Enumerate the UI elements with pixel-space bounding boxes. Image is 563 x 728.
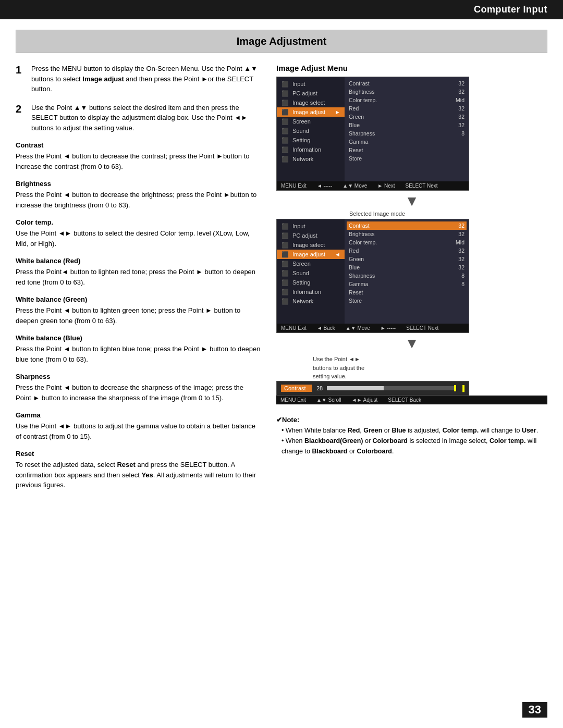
subsection-wb-blue: White balance (Blue) Press the Point ◄ b… <box>16 334 261 364</box>
menu-item-imgadj-2: ⬛ Image adjust ◄ <box>277 250 345 259</box>
footer-back-2: ◄ Back <box>317 325 335 331</box>
footer-back-1: ◄ ----- <box>317 183 332 189</box>
note-bullet-1: • When White balance Red, Green or Blue … <box>282 425 547 436</box>
menu-item-setting-2: ⬛ Setting <box>277 278 345 287</box>
menu-right-panel-2: Contrast32 Brightness32 Color temp.Mid R… <box>345 219 469 324</box>
menu-left-panel-2: ⬛ Input ⬛ PC adjust ⬛ Image select ⬛ <box>277 219 345 324</box>
subsection-sharpness-title: Sharpness <box>16 373 261 380</box>
menu-item-label: Setting <box>292 279 310 286</box>
menu-item-label: Input <box>292 223 305 229</box>
menu-item-label: Screen <box>292 118 311 125</box>
subsection-wb-green-title: White balance (Green) <box>16 295 261 303</box>
ritem-red-2: Red32 <box>349 246 464 255</box>
ritem-sharpness-1: Sharpness8 <box>349 129 464 138</box>
menu-item-label: Image select <box>292 242 325 248</box>
menu-item-imgsel-1: ⬛ Image select <box>277 98 345 107</box>
step-2-number: 2 <box>16 103 26 133</box>
subsection-brightness-body: Press the Point ◄ button to decrease the… <box>16 190 261 210</box>
subsection-wb-blue-title: White balance (Blue) <box>16 334 261 342</box>
screen-icon-1: ⬛ <box>281 118 289 125</box>
note-bullet-2: • When Blackboard(Green) or Colorboard i… <box>282 436 547 456</box>
step-2: 2 Use the Point ▲▼ buttons select the de… <box>16 103 261 133</box>
menu-item-setting-1: ⬛ Setting <box>277 135 345 145</box>
menu-screenshot-2: ⬛ Input ⬛ PC adjust ⬛ Image select ⬛ <box>276 219 469 333</box>
imgsel-icon-1: ⬛ <box>281 100 289 106</box>
menu-right-panel-1: Contrast32 Brightness32 Color temp.Mid R… <box>345 77 469 181</box>
network-icon-1: ⬛ <box>281 156 289 162</box>
contrast-end-marker: ▐ <box>460 385 464 391</box>
menu-item-label: Network <box>292 156 313 162</box>
menu-item-sound-1: ⬛ Sound <box>277 126 345 135</box>
ritem-gamma-1: Gamma <box>349 138 464 146</box>
menu-item-label: Setting <box>292 137 310 143</box>
setting-icon-1: ⬛ <box>281 137 289 143</box>
pc-icon-2: ⬛ <box>281 232 289 239</box>
ritem-blue-2: Blue32 <box>349 263 464 272</box>
subsection-wb-green: White balance (Green) Press the Point ◄ … <box>16 295 261 326</box>
input-icon-1: ⬛ <box>281 81 289 87</box>
contrast-bar-fill <box>327 386 384 390</box>
cf-exit: MENU Exit <box>280 397 306 403</box>
menu-item-label: PC adjust <box>292 232 317 239</box>
imgsel-icon-2: ⬛ <box>281 242 289 248</box>
menu-left-panel-1: ⬛ Input ⬛ PC adjust ⬛ Image select ⬛ <box>277 77 345 181</box>
menu-item-label: Network <box>292 298 313 304</box>
menu-item-label: Image select <box>292 100 325 106</box>
info-icon-1: ⬛ <box>281 146 289 153</box>
menu-item-label: PC adjust <box>292 90 317 96</box>
ritem-brightness-2: Brightness32 <box>349 230 464 238</box>
footer-move-1: ▲▼ Move <box>342 183 367 189</box>
menu-item-sound-2: ⬛ Sound <box>277 268 345 278</box>
menu-screenshot-1: ⬛ Input ⬛ PC adjust ⬛ Image select ⬛ <box>276 77 469 191</box>
subsection-wb-blue-body: Press the Point ◄ button to lighten blue… <box>16 344 261 364</box>
ritem-brightness-1: Brightness32 <box>349 88 464 96</box>
footer-exit-1: MENU Exit <box>281 183 307 189</box>
screen-icon-2: ⬛ <box>281 261 289 267</box>
cf-adjust: ◄► Adjust <box>351 397 377 403</box>
ritem-sharpness-2: Sharpness8 <box>349 272 464 280</box>
step-1: 1 Press the MENU button to display the O… <box>16 64 261 94</box>
subsection-contrast-title: Contrast <box>16 141 261 149</box>
menu-item-screen-2: ⬛ Screen <box>277 259 345 268</box>
subsection-wb-red-title: White balance (Red) <box>16 257 261 265</box>
ritem-colortemp-2: Color temp.Mid <box>349 238 464 246</box>
imgadj-icon-2: ⬛ <box>281 251 289 257</box>
subsection-color-temp-body: Use the Point ◄► buttons to select the d… <box>16 228 261 249</box>
subsection-brightness-title: Brightness <box>16 180 261 188</box>
contrast-bar-indicator <box>454 385 456 391</box>
use-point-section: Use the Point ◄►buttons to adjust theset… <box>276 353 547 381</box>
subsection-gamma-body: Use the Point ◄► buttons to adjust the g… <box>16 421 261 441</box>
step-2-text: Use the Point ▲▼ buttons select the desi… <box>31 103 261 133</box>
cf-scroll: ▲▼ Scroll <box>316 397 341 403</box>
menu-item-label: Input <box>292 81 305 87</box>
footer-select-2: SELECT Next <box>406 325 438 331</box>
subsection-color-temp-title: Color temp. <box>16 218 261 226</box>
subsection-contrast-body: Press the Point ◄ button to decrease the… <box>16 151 261 171</box>
pc-icon-1: ⬛ <box>281 90 289 96</box>
use-point-text: Use the Point ◄►buttons to adjust theset… <box>313 355 364 381</box>
menu-footer-2: MENU Exit ◄ Back ▲▼ Move ► ----- SELECT … <box>277 324 469 332</box>
menu-item-imgsel-2: ⬛ Image select <box>277 240 345 250</box>
menu-item-network-2: ⬛ Network <box>277 297 345 306</box>
step-1-text: Press the MENU button to display the On-… <box>31 64 261 94</box>
menu-item-label: Screen <box>292 261 311 267</box>
menu-item-label: Image adjust <box>292 109 325 115</box>
left-column: 1 Press the MENU button to display the O… <box>16 64 261 499</box>
selected-image-mode-label: Selected Image mode <box>349 211 547 217</box>
subsection-contrast: Contrast Press the Point ◄ button to dec… <box>16 141 261 171</box>
imgadj-icon-1: ⬛ <box>281 109 289 115</box>
menu-item-label: Information <box>292 289 321 295</box>
menu-item-imgadj-1: ⬛ Image adjust ► <box>277 107 345 117</box>
ritem-store-1: Store <box>349 154 464 163</box>
subsection-reset: Reset To reset the adjusted data, select… <box>16 450 261 490</box>
arrow-down-1: ▼ <box>276 194 547 208</box>
ritem-store-2: Store <box>349 297 464 305</box>
menu-arrow-1: ► <box>335 109 340 115</box>
contrast-value: 28 <box>316 385 323 391</box>
menu-item-label: Image adjust <box>292 251 325 257</box>
contrast-bar-section: Contrast 28 ▐ <box>276 381 469 396</box>
menu-item-info-2: ⬛ Information <box>277 287 345 297</box>
menu-arrow-2: ◄ <box>335 251 340 257</box>
ritem-green-1: Green32 <box>349 113 464 121</box>
subsection-reset-title: Reset <box>16 450 261 458</box>
